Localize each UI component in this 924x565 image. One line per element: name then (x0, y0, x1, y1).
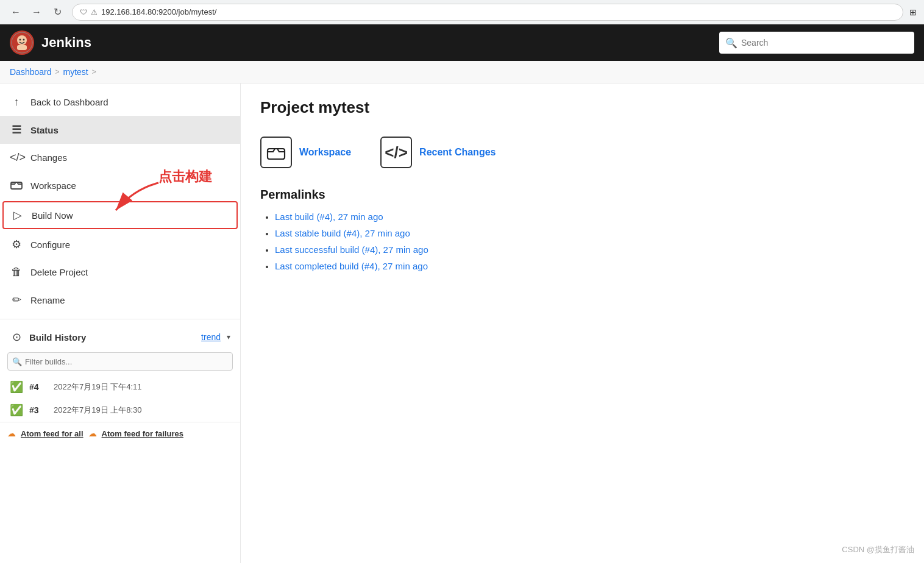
arrow-up-icon: ↑ (10, 96, 23, 108)
breadcrumb-project[interactable]: mytest (63, 67, 88, 77)
address-bar[interactable]: 🛡 ⚠ 192.168.184.80:9200/job/mytest/ (72, 4, 903, 21)
shield-icon: 🛡 (80, 8, 87, 16)
sidebar-item-rename[interactable]: ✏ Rename (0, 286, 240, 314)
quick-action-workspace[interactable]: Workspace (260, 137, 351, 168)
sidebar-delete-label: Delete Project (30, 267, 88, 277)
trend-chevron-icon: ▾ (227, 333, 230, 341)
filter-builds-input[interactable] (7, 352, 233, 371)
build-number-3: #3 (29, 405, 48, 415)
url-text: 192.168.184.80:9200/job/mytest/ (101, 7, 216, 16)
build-date-4: 2022年7月19日 下午4:11 (54, 382, 142, 393)
main-layout: ↑ Back to Dashboard ☰ Status </> Changes… (0, 84, 924, 563)
permalink-last-successful[interactable]: Last successful build (#4), 27 min ago (275, 244, 428, 255)
build-date-3: 2022年7月19日 上午8:30 (54, 405, 142, 416)
watermark: CSDN @摸鱼打酱油 (842, 544, 914, 555)
filter-input-container: 🔍 (0, 350, 240, 375)
jenkins-title: Jenkins (41, 35, 91, 51)
build-number-4: #4 (29, 382, 48, 392)
permalinks-title: Permalinks (260, 188, 904, 202)
build-success-icon-4: ✅ (10, 380, 23, 394)
forward-button[interactable]: → (28, 4, 45, 21)
browser-bar: ← → ↻ 🛡 ⚠ 192.168.184.80:9200/job/mytest… (0, 0, 924, 24)
recent-changes-big-icon: </> (380, 137, 412, 168)
nav-buttons: ← → ↻ (7, 4, 66, 21)
sidebar-item-configure[interactable]: ⚙ Configure (0, 230, 240, 258)
permalinks-section: Permalinks Last build (#4), 27 min ago L… (260, 188, 904, 271)
atom-feed-failures-link[interactable]: Atom feed for failures (102, 429, 183, 438)
back-button[interactable]: ← (7, 4, 24, 21)
build-list-item-4[interactable]: ✅ #4 2022年7月19日 下午4:11 (0, 375, 240, 399)
browser-extension: ⊞ (909, 7, 917, 17)
list-item: Last successful build (#4), 27 min ago (275, 244, 904, 255)
svg-rect-4 (17, 45, 27, 50)
atom-icon-1: ☁ (7, 428, 16, 438)
workspace-big-icon (260, 137, 292, 168)
delete-icon: 🗑 (10, 266, 23, 279)
sidebar-status-label: Status (30, 125, 59, 135)
warning-icon: ⚠ (91, 8, 98, 16)
workspace-icon (10, 179, 23, 193)
search-input[interactable] (719, 32, 914, 54)
svg-rect-7 (268, 149, 285, 159)
sidebar-item-delete[interactable]: 🗑 Delete Project (0, 258, 240, 286)
sidebar-footer: ☁ Atom feed for all ☁ Atom feed for fail… (0, 422, 240, 444)
quick-actions: Workspace </> Recent Changes (260, 137, 904, 168)
permalink-last-completed[interactable]: Last completed build (#4), 27 min ago (275, 261, 428, 271)
permalink-last-stable[interactable]: Last stable build (#4), 27 min ago (275, 228, 410, 238)
recent-changes-link[interactable]: Recent Changes (419, 147, 496, 158)
sidebar: ↑ Back to Dashboard ☰ Status </> Changes… (0, 84, 241, 563)
sidebar-build-now-label: Build Now (32, 210, 73, 221)
build-history-icon: ⊙ (10, 330, 23, 344)
build-now-icon: ▷ (11, 208, 24, 222)
build-list-item-3[interactable]: ✅ #3 2022年7月19日 上午8:30 (0, 399, 240, 422)
search-container: 🔍 (719, 32, 914, 54)
sidebar-item-workspace[interactable]: Workspace (0, 171, 240, 200)
workspace-link[interactable]: Workspace (299, 147, 351, 158)
trend-link[interactable]: trend (201, 332, 221, 342)
changes-icon: </> (10, 151, 23, 164)
breadcrumb: Dashboard > mytest > (0, 61, 924, 84)
status-icon: ☰ (10, 123, 23, 137)
svg-point-3 (23, 39, 25, 41)
sidebar-item-back[interactable]: ↑ Back to Dashboard (0, 88, 240, 116)
sidebar-item-build-now[interactable]: ▷ Build Now (2, 201, 238, 229)
rename-icon: ✏ (10, 293, 23, 307)
reload-button[interactable]: ↻ (49, 4, 66, 21)
list-item: Last build (#4), 27 min ago (275, 211, 904, 222)
list-item: Last stable build (#4), 27 min ago (275, 228, 904, 238)
build-success-icon-3: ✅ (10, 403, 23, 417)
sidebar-configure-label: Configure (30, 240, 70, 250)
jenkins-header: Jenkins 🔍 (0, 24, 924, 61)
build-history-title: Build History (29, 332, 195, 343)
svg-point-2 (20, 39, 21, 41)
atom-icon-2: ☁ (88, 428, 97, 438)
sidebar-item-status[interactable]: ☰ Status (0, 116, 240, 144)
sidebar-changes-label: Changes (30, 152, 67, 163)
configure-icon: ⚙ (10, 238, 23, 251)
breadcrumb-sep2: > (92, 68, 96, 76)
build-now-container: ▷ Build Now 点击构建 (0, 201, 240, 229)
quick-action-recent-changes[interactable]: </> Recent Changes (380, 137, 496, 168)
breadcrumb-sep1: > (55, 68, 60, 76)
sidebar-workspace-label: Workspace (30, 180, 76, 191)
page-title: Project mytest (260, 98, 904, 117)
sidebar-back-label: Back to Dashboard (30, 97, 108, 107)
list-item: Last completed build (#4), 27 min ago (275, 261, 904, 271)
jenkins-logo (10, 30, 34, 55)
permalink-list: Last build (#4), 27 min ago Last stable … (260, 211, 904, 271)
content-area: Project mytest Workspace </> Recent Chan… (241, 84, 924, 563)
sidebar-item-changes[interactable]: </> Changes (0, 144, 240, 171)
permalink-last-build[interactable]: Last build (#4), 27 min ago (275, 211, 383, 222)
svg-rect-5 (11, 182, 22, 189)
sidebar-rename-label: Rename (30, 295, 65, 305)
build-history-header: ⊙ Build History trend ▾ (0, 324, 240, 350)
atom-feed-all-link[interactable]: Atom feed for all (21, 429, 84, 438)
breadcrumb-dashboard[interactable]: Dashboard (10, 67, 52, 77)
build-history-section: ⊙ Build History trend ▾ 🔍 ✅ #4 2022年7月19… (0, 319, 240, 449)
